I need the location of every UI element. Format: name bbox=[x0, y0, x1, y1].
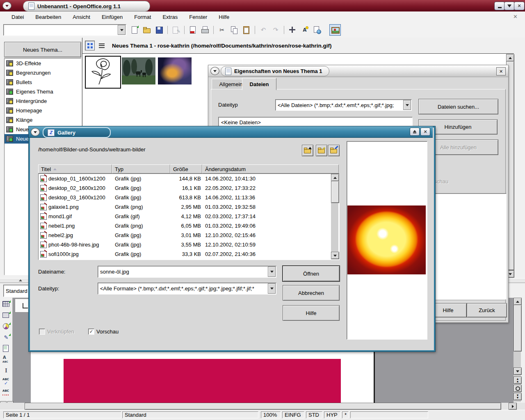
find-files-button[interactable]: Dateien suchen... bbox=[418, 99, 498, 114]
menu-bearbeiten[interactable]: Bearbeiten bbox=[30, 11, 67, 22]
menu-ansicht[interactable]: Ansicht bbox=[67, 11, 96, 22]
cancel-button[interactable]: Abbrechen bbox=[283, 285, 340, 301]
export-pdf-button[interactable] bbox=[187, 24, 199, 36]
file-list-scrollbar[interactable] bbox=[331, 174, 338, 259]
thumbnail-rose-selected[interactable] bbox=[85, 56, 121, 89]
theme-item[interactable]: Hintergründe bbox=[5, 96, 81, 106]
direct-cursor-button[interactable] bbox=[1, 365, 11, 375]
theme-item[interactable]: Bullets bbox=[5, 78, 81, 87]
default-directory-button[interactable] bbox=[328, 145, 340, 156]
up-one-level-button[interactable] bbox=[302, 145, 313, 156]
thumbnail-horses[interactable] bbox=[122, 57, 155, 84]
file-row[interactable]: sofi1000r.jpgGrafik (jpg)33,3 KB02.07.20… bbox=[39, 249, 339, 259]
properties-dialog-titlebar[interactable]: Eigenschaften von Neues Thema 1 ✕ bbox=[208, 65, 508, 77]
status-page-style[interactable]: Standard bbox=[122, 411, 258, 418]
preview-checkbox-label[interactable]: Vorschau bbox=[96, 329, 119, 335]
detail-view-button[interactable] bbox=[97, 41, 106, 50]
new-document-button[interactable] bbox=[129, 24, 140, 36]
minimize-button[interactable] bbox=[494, 2, 505, 10]
status-hyperlink-mode[interactable]: HYP bbox=[324, 411, 340, 418]
spellcheck-button[interactable] bbox=[1, 377, 11, 386]
status-insert-mode[interactable]: EINFG bbox=[282, 411, 304, 418]
thumbnail-nebula[interactable] bbox=[158, 57, 192, 84]
menu-extras[interactable]: Extras bbox=[157, 11, 183, 22]
column-date[interactable]: Änderungsdatum bbox=[202, 164, 339, 173]
url-combobox[interactable] bbox=[3, 24, 126, 36]
print-file-button[interactable] bbox=[199, 24, 211, 36]
column-type[interactable]: Typ bbox=[112, 164, 170, 173]
close-button[interactable]: ✕ bbox=[514, 2, 525, 10]
theme-item[interactable]: Klänge bbox=[5, 115, 81, 125]
menu-einfügen[interactable]: Einfügen bbox=[96, 11, 128, 22]
insert-fields-button[interactable] bbox=[1, 354, 11, 364]
stylist-button[interactable] bbox=[299, 24, 310, 36]
menu-datei[interactable]: Datei bbox=[6, 11, 30, 22]
next-page-button[interactable]: ▼▼ bbox=[514, 393, 522, 400]
scrollbar-thumb[interactable] bbox=[331, 181, 339, 203]
open-button[interactable]: Öffnen bbox=[283, 266, 340, 281]
navigation-button[interactable] bbox=[514, 385, 522, 392]
window-menu-button[interactable] bbox=[2, 2, 11, 10]
scroll-up-button[interactable] bbox=[514, 298, 522, 305]
column-size[interactable]: Größe bbox=[170, 164, 202, 173]
gallery-dialog-titlebar[interactable]: Z Gallery ✕ bbox=[29, 126, 433, 138]
magenta-rectangle[interactable] bbox=[64, 359, 341, 403]
insert-table-button[interactable] bbox=[1, 299, 11, 309]
draw-functions-button[interactable] bbox=[1, 332, 11, 342]
paste-button[interactable] bbox=[241, 24, 252, 36]
file-row[interactable]: nebel2.jpgGrafik (jpg)3,01 MB12.10.2002,… bbox=[39, 231, 339, 240]
theme-item[interactable]: 3D-Effekte bbox=[5, 59, 81, 68]
filetype-combobox[interactable]: <Alle Formate> (*.bmp;*.dxf;*.emf;*.eps;… bbox=[98, 283, 276, 294]
link-checkbox-label[interactable]: Verknüpfen bbox=[47, 329, 74, 335]
save-document-button[interactable] bbox=[153, 24, 165, 36]
help-button[interactable]: Hilfe bbox=[283, 305, 340, 321]
url-dropdown-button[interactable] bbox=[118, 25, 126, 35]
file-row[interactable]: desktop_02_1600x1200Grafik (jpg)16,1 KB2… bbox=[39, 183, 339, 193]
scrollbar-thumb[interactable] bbox=[514, 305, 522, 352]
dialog-close-button[interactable]: ✕ bbox=[496, 67, 506, 75]
dialog-menu-button[interactable] bbox=[210, 67, 219, 75]
file-row[interactable]: galaxie1.pngGrafik (png)2,95 MB01.03.200… bbox=[39, 202, 339, 212]
preview-checkbox[interactable]: ✓ bbox=[88, 329, 94, 335]
insert-frame-button[interactable] bbox=[1, 310, 11, 320]
document-vertical-scrollbar[interactable]: ▲▲ ▼▼ bbox=[514, 298, 521, 402]
dialog-shade-button[interactable] bbox=[410, 128, 420, 136]
scroll-up-button[interactable] bbox=[506, 54, 514, 62]
theme-item[interactable]: Begrenzungen bbox=[5, 68, 81, 78]
column-title[interactable]: Titel bbox=[38, 164, 112, 173]
file-row[interactable]: desktop_01_1600x1200Grafik (jpg)144,8 KB… bbox=[39, 174, 339, 183]
dialog-menu-button[interactable] bbox=[31, 128, 40, 136]
dialog-close-button[interactable]: ✕ bbox=[420, 128, 430, 136]
previous-page-button[interactable]: ▲▲ bbox=[514, 377, 522, 384]
new-theme-button[interactable]: Neues Thema... bbox=[4, 42, 81, 57]
scroll-up-button[interactable] bbox=[331, 174, 339, 181]
link-checkbox[interactable] bbox=[39, 329, 45, 335]
form-functions-button[interactable] bbox=[1, 343, 11, 353]
auto-spellcheck-button[interactable] bbox=[1, 388, 11, 397]
tab-dateien[interactable]: Dateien bbox=[242, 78, 276, 90]
shade-button[interactable] bbox=[504, 2, 515, 10]
dropdown-button[interactable] bbox=[403, 100, 411, 110]
theme-item[interactable]: Eigenes Thema bbox=[5, 87, 81, 96]
hyperlink-dialog-button[interactable] bbox=[311, 24, 323, 36]
scrollbar-thumb[interactable] bbox=[25, 403, 501, 410]
undo-button[interactable] bbox=[258, 24, 269, 36]
file-row[interactable]: nebel1.pngGrafik (png)6,05 MB01.03.2002,… bbox=[39, 221, 339, 231]
status-zoom[interactable]: 100% bbox=[261, 411, 281, 418]
copy-button[interactable] bbox=[228, 24, 240, 36]
icon-view-button[interactable] bbox=[85, 41, 95, 50]
file-type-combobox[interactable]: <Alle Dateien> (*.bmp;*.dxf;*.emf;*.eps;… bbox=[275, 99, 412, 111]
dropdown-button[interactable] bbox=[268, 283, 276, 294]
navigator-button[interactable] bbox=[287, 24, 298, 36]
redo-button[interactable] bbox=[270, 24, 281, 36]
insert-chart-button[interactable] bbox=[1, 321, 11, 331]
scroll-right-button[interactable] bbox=[509, 403, 517, 410]
cut-button[interactable] bbox=[216, 24, 228, 36]
dropdown-button[interactable] bbox=[268, 267, 276, 277]
theme-item[interactable]: Homepage bbox=[5, 106, 81, 115]
file-row[interactable]: phot-46b-98-hires.jpgGrafik (jpg)3,55 MB… bbox=[39, 240, 339, 249]
scroll-down-button[interactable] bbox=[514, 368, 522, 375]
filename-combobox[interactable]: sonne-öl.jpg bbox=[98, 266, 276, 278]
open-document-button[interactable] bbox=[141, 24, 153, 36]
gallery-button[interactable] bbox=[329, 24, 341, 36]
